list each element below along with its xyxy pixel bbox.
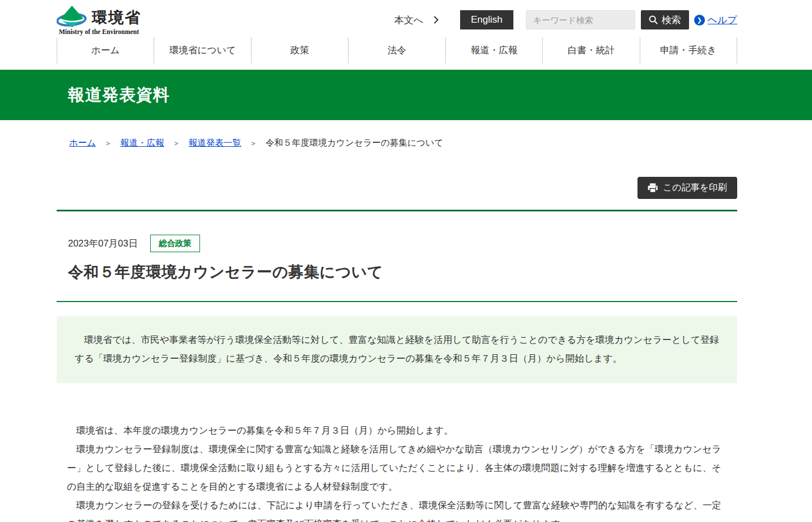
nav-item-home[interactable]: ホーム xyxy=(57,37,154,63)
search-input[interactable] xyxy=(526,10,635,29)
search-button[interactable]: 検索 xyxy=(641,10,689,29)
body-paragraph: 環境カウンセラーの登録を受けるためには、下記により申請を行っていただき、環境保全… xyxy=(67,496,721,522)
nav-item-whitepaper[interactable]: 白書・統計 xyxy=(542,37,639,63)
breadcrumb-separator: ＞ xyxy=(250,138,257,148)
english-button[interactable]: English xyxy=(460,10,513,29)
breadcrumb-press-list[interactable]: 報道発表一覧 xyxy=(189,137,241,149)
breadcrumb: ホーム ＞ 報道・広報 ＞ 報道発表一覧 ＞ 令和５年度環境カウンセラーの募集に… xyxy=(57,137,737,149)
page-banner: 報道発表資料 xyxy=(0,70,812,120)
article-title: 令和５年度環境カウンセラーの募集について xyxy=(57,262,737,282)
nav-item-policy[interactable]: 政策 xyxy=(251,37,348,63)
breadcrumb-press[interactable]: 報道・広報 xyxy=(120,137,164,149)
nav-item-press[interactable]: 報道・広報 xyxy=(445,37,542,63)
page-banner-title: 報道発表資料 xyxy=(68,86,170,104)
main-navigation: ホーム 環境省について 政策 法令 報道・広報 白書・統計 申請・手続き xyxy=(57,37,737,63)
nav-item-laws[interactable]: 法令 xyxy=(348,37,445,63)
breadcrumb-separator: ＞ xyxy=(173,138,180,148)
title-divider xyxy=(57,301,737,302)
print-article-button[interactable]: この記事を印刷 xyxy=(637,177,737,199)
article-top-divider xyxy=(57,210,737,211)
breadcrumb-separator: ＞ xyxy=(104,138,112,148)
ministry-logo[interactable]: 環境省 Ministry of the Environment xyxy=(57,5,141,35)
site-header: 環境省 Ministry of the Environment 本文へ Engl… xyxy=(57,0,737,37)
help-chevron-icon: ❯ xyxy=(694,15,705,26)
breadcrumb-current: 令和５年度環境カウンセラーの募集について xyxy=(266,137,444,149)
category-badge[interactable]: 総合政策 xyxy=(150,235,200,252)
search-icon xyxy=(649,15,658,24)
print-button-label: この記事を印刷 xyxy=(663,182,727,194)
nav-item-about[interactable]: 環境省について xyxy=(154,37,250,63)
nav-item-procedures[interactable]: 申請・手続き xyxy=(640,37,737,63)
body-paragraph: 環境カウンセラー登録制度は、環境保全に関する豊富な知識と経験を活用してきめ細やか… xyxy=(67,440,721,496)
chevron-right-icon xyxy=(433,16,439,24)
printer-icon xyxy=(648,183,658,193)
skip-link-label: 本文へ xyxy=(394,14,423,27)
article-summary: 環境省では、市民や事業者等が行う環境保全活動等に対して、豊富な知識と経験を活用し… xyxy=(57,316,737,383)
breadcrumb-home[interactable]: ホーム xyxy=(69,137,96,149)
body-paragraph: 環境省は、本年度の環境カウンセラーの募集を令和５年７月３日（月）から開始します。 xyxy=(67,421,721,440)
help-link[interactable]: ❯ ヘルプ xyxy=(694,14,737,27)
header-utilities: 本文へ English 検索 ❯ ヘルプ xyxy=(394,10,737,29)
skip-to-content-link[interactable]: 本文へ xyxy=(394,14,439,27)
help-link-label: ヘルプ xyxy=(708,14,737,27)
logo-title: 環境省 xyxy=(92,8,141,27)
article-body: 環境省は、本年度の環境カウンセラーの募集を令和５年７月３日（月）から開始します。… xyxy=(57,421,737,522)
logo-subtitle: Ministry of the Environment xyxy=(59,28,141,35)
article-date: 2023年07月03日 xyxy=(68,237,138,250)
search-button-label: 検索 xyxy=(662,14,681,27)
